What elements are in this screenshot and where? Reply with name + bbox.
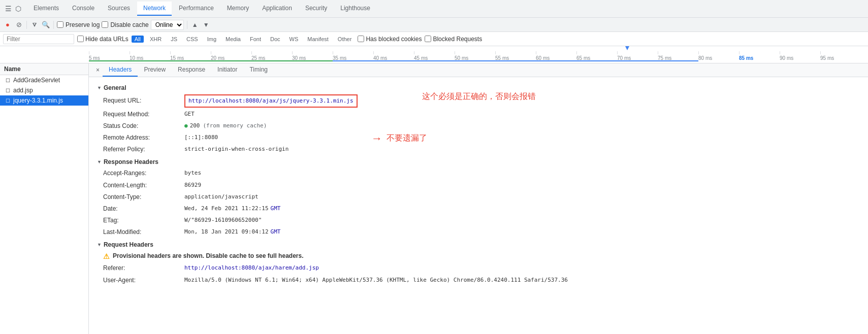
filter-css-button[interactable]: CSS xyxy=(183,36,201,43)
request-url-box: http://localhost:8080/ajax/js/jquery-3.3… xyxy=(184,94,358,108)
filter-img-button[interactable]: Img xyxy=(204,36,219,43)
status-code-row: Status Code: 200 (from memory cache) xyxy=(97,120,860,132)
hide-data-urls-input[interactable] xyxy=(77,36,84,42)
content-type-value: application/javascript xyxy=(184,192,259,202)
user-agent-label: User-Agent: xyxy=(103,276,184,285)
referer-label: Referer: xyxy=(103,263,184,273)
preserve-log-checkbox[interactable]: Preserve log xyxy=(57,21,100,28)
date-gmt[interactable]: GMT xyxy=(271,204,281,214)
blocked-requests-input[interactable] xyxy=(425,36,431,42)
tab-console[interactable]: Console xyxy=(66,2,101,16)
list-item-addjsp[interactable]: ☐ add.jsp xyxy=(0,85,88,95)
has-blocked-cookies-label: Has blocked cookies xyxy=(366,36,422,43)
name-column-header: Name xyxy=(4,65,21,73)
filter-font-button[interactable]: Font xyxy=(247,36,264,43)
filter-js-button[interactable]: JS xyxy=(168,36,180,43)
user-agent-row: User-Agent: Mozilla/5.0 (Windows NT 6.1;… xyxy=(97,275,860,286)
tick-85ms: 85 ms xyxy=(739,51,780,61)
filter-media-button[interactable]: Media xyxy=(222,36,244,43)
file-checkbox-addgradeservlet[interactable]: ☐ xyxy=(4,77,11,84)
tab-performance[interactable]: Performance xyxy=(173,2,220,16)
file-name-addjsp: add.jsp xyxy=(13,87,33,94)
tick-60ms: 60 ms xyxy=(536,51,576,61)
status-code-extra: (from memory cache) xyxy=(203,121,267,131)
detail-panel: × Headers Preview Response Initiator Tim… xyxy=(89,63,868,334)
disable-cache-input[interactable] xyxy=(102,21,108,28)
devtools-icons: ☰ ⬡ xyxy=(4,5,22,13)
filter-icon[interactable]: ⛛ xyxy=(30,20,39,29)
tab-lighthouse[interactable]: Lighthouse xyxy=(334,2,376,16)
hide-data-urls-checkbox[interactable]: Hide data URLs xyxy=(77,36,128,43)
file-checkbox-jquery[interactable]: ☐ xyxy=(4,97,11,104)
blocked-requests-label: Blocked Requests xyxy=(433,36,482,43)
request-method-row: Request Method: GET xyxy=(97,109,860,120)
etag-row: ETag: W/"86929-1610960652000" xyxy=(97,215,860,226)
tab-application[interactable]: Application xyxy=(256,2,298,16)
tick-55ms: 55 ms xyxy=(495,51,536,61)
detail-tab-preview[interactable]: Preview xyxy=(138,63,172,77)
filter-doc-button[interactable]: Doc xyxy=(267,36,283,43)
referer-value[interactable]: http://localhost:8080/ajax/harem/add.jsp xyxy=(184,263,319,273)
tick-50ms: 50 ms xyxy=(455,51,495,61)
filter-other-button[interactable]: Other xyxy=(335,36,355,43)
network-throttle-select[interactable]: Online xyxy=(151,20,184,30)
request-url-value[interactable]: http://localhost:8080/ajax/js/jquery-3.3… xyxy=(188,96,353,106)
tick-40ms: 40 ms xyxy=(373,51,414,61)
tick-15ms: 15 ms xyxy=(170,51,211,61)
clear-button[interactable]: ⊘ xyxy=(14,20,23,29)
export-button[interactable]: ▼ xyxy=(202,20,211,29)
file-name-addgradeservlet: AddGradeServlet xyxy=(13,77,60,84)
import-button[interactable]: ▲ xyxy=(190,20,200,29)
filter-all-button[interactable]: All xyxy=(132,36,144,43)
main-area: Name ☐ AddGradeServlet ☐ add.jsp ☐ jquer… xyxy=(0,63,868,334)
tab-memory[interactable]: Memory xyxy=(221,2,255,16)
list-item-jquery[interactable]: ☐ jquery-3.3.1.min.js xyxy=(0,95,88,106)
filter-manifest-button[interactable]: Manifest xyxy=(304,36,332,43)
detail-tab-response[interactable]: Response xyxy=(172,63,211,77)
device-icon[interactable]: ⬡ xyxy=(14,5,22,13)
remote-address-value: [::1]:8080 xyxy=(184,133,218,143)
content-type-label: Content-Type: xyxy=(103,192,184,202)
has-blocked-cookies-checkbox[interactable]: Has blocked cookies xyxy=(358,36,422,43)
tab-elements[interactable]: Elements xyxy=(27,2,65,16)
inspect-icon[interactable]: ☰ xyxy=(4,5,12,13)
response-headers-section-title: Response Headers xyxy=(97,155,860,168)
tab-sources[interactable]: Sources xyxy=(102,2,136,16)
date-value: Wed, 24 Feb 2021 11:22:15 xyxy=(184,204,269,214)
remote-address-row: Remote Address: [::1]:8080 xyxy=(97,132,860,144)
timeline-ruler[interactable]: 5 ms 10 ms 15 ms 20 ms 25 ms 30 ms 35 ms… xyxy=(0,46,868,63)
filter-ws-button[interactable]: WS xyxy=(286,36,302,43)
tab-network[interactable]: Network xyxy=(137,2,172,16)
detail-tab-initiator[interactable]: Initiator xyxy=(211,63,243,77)
tick-65ms: 65 ms xyxy=(576,51,617,61)
file-checkbox-addjsp[interactable]: ☐ xyxy=(4,87,11,94)
date-row: Date: Wed, 24 Feb 2021 11:22:15 GMT xyxy=(97,203,860,215)
preserve-log-input[interactable] xyxy=(57,21,63,28)
provisional-warning-row: ⚠ Provisional headers are shown. Disable… xyxy=(97,250,860,262)
disable-cache-checkbox[interactable]: Disable cache xyxy=(102,21,148,28)
search-icon[interactable]: 🔍 xyxy=(41,20,50,29)
tick-45ms: 45 ms xyxy=(414,51,455,61)
detail-tab-headers[interactable]: Headers xyxy=(103,63,138,77)
filter-input[interactable] xyxy=(3,34,74,44)
filter-row: Hide data URLs All XHR JS CSS Img Media … xyxy=(0,32,868,46)
provisional-warning-text: Provisional headers are shown. Disable c… xyxy=(113,252,303,259)
referrer-policy-label: Referrer Policy: xyxy=(103,145,184,154)
close-detail-tab[interactable]: × xyxy=(93,65,103,75)
blocked-requests-checkbox[interactable]: Blocked Requests xyxy=(425,36,482,43)
detail-tab-timing[interactable]: Timing xyxy=(243,63,274,77)
tick-95ms: 95 ms xyxy=(820,51,861,61)
last-modified-gmt[interactable]: GMT xyxy=(271,227,281,237)
content-length-label: Content-Length: xyxy=(103,181,184,190)
date-label: Date: xyxy=(103,204,184,214)
has-blocked-cookies-input[interactable] xyxy=(358,36,364,42)
tab-security[interactable]: Security xyxy=(299,2,333,16)
tick-5ms: 5 ms xyxy=(89,51,130,61)
list-item-addgradeservlet[interactable]: ☐ AddGradeServlet xyxy=(0,75,88,85)
record-button[interactable]: ● xyxy=(3,20,12,29)
user-agent-value: Mozilla/5.0 (Windows NT 6.1; Win64; x64)… xyxy=(184,276,568,285)
filter-xhr-button[interactable]: XHR xyxy=(147,36,165,43)
annotation-arrow-2: → 不要遗漏了 xyxy=(371,132,427,145)
tick-90ms: 90 ms xyxy=(780,51,820,61)
tick-20ms: 20 ms xyxy=(211,51,251,61)
